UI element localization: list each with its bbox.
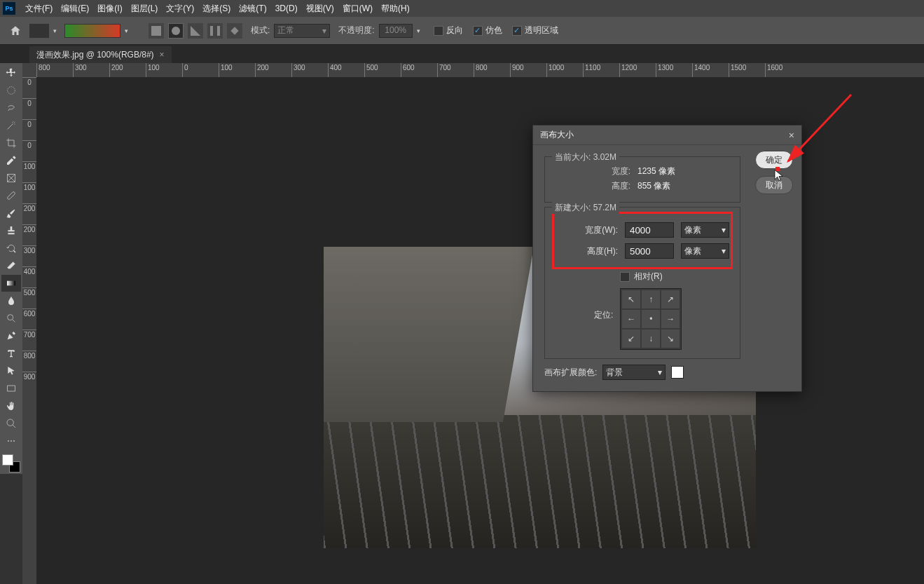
arrow-icon	[6, 365, 17, 376]
gradient-icon	[6, 278, 17, 289]
ext-color-select[interactable]: 背景▾	[602, 365, 666, 380]
close-icon[interactable]: ×	[160, 50, 165, 60]
document-tab[interactable]: 漫画效果.jpg @ 100%(RGB/8#) ×	[29, 46, 172, 63]
angular-gradient-icon	[191, 26, 200, 36]
anchor-se[interactable]: ↘	[661, 330, 680, 348]
frame-tool[interactable]	[1, 170, 21, 186]
crop-tool[interactable]	[1, 135, 21, 151]
mode-label: 模式:	[251, 25, 270, 36]
dither-label: 仿色	[485, 25, 502, 36]
blur-tool[interactable]	[1, 292, 21, 309]
menu-file[interactable]: 文件(F)	[21, 1, 57, 16]
eyedropper-tool[interactable]	[1, 152, 21, 169]
menu-layer[interactable]: 图层(L)	[127, 1, 163, 16]
lasso-tool[interactable]	[1, 100, 21, 116]
height-input[interactable]	[625, 243, 674, 259]
reverse-label: 反向	[446, 25, 463, 36]
eraser-tool[interactable]	[1, 257, 21, 274]
anchor-sw[interactable]: ↙	[622, 330, 640, 348]
relative-checkbox[interactable]	[620, 272, 630, 282]
history-brush-tool[interactable]	[1, 240, 21, 257]
hand-tool[interactable]	[1, 398, 21, 414]
type-tool[interactable]	[1, 345, 21, 362]
ext-color-swatch[interactable]	[671, 366, 684, 379]
height-unit-select[interactable]: 像素▾	[681, 243, 729, 259]
dither-checkbox[interactable]	[473, 26, 483, 36]
anchor-n[interactable]: ↑	[642, 290, 660, 308]
menu-window[interactable]: 窗口(W)	[338, 1, 377, 16]
dialog-title: 画布大小	[540, 129, 574, 141]
svg-rect-3	[217, 26, 220, 36]
lasso-icon	[6, 102, 17, 114]
crop-icon	[6, 137, 17, 149]
move-tool[interactable]	[1, 64, 21, 81]
gradient-tool[interactable]	[1, 275, 21, 292]
drop-icon	[6, 295, 17, 306]
transparency-checkbox[interactable]	[512, 26, 522, 36]
cur-height-label: 高度:	[595, 180, 630, 192]
gradient-preset[interactable]	[29, 24, 49, 38]
mode-select[interactable]: 正常▾	[274, 24, 330, 38]
color-swatches[interactable]	[2, 454, 20, 473]
menu-image[interactable]: 图像(I)	[93, 1, 126, 16]
healing-tool[interactable]	[1, 187, 21, 204]
ext-color-label: 画布扩展颜色:	[544, 367, 597, 379]
new-size-value: 57.2M	[593, 203, 616, 212]
brush-tool[interactable]	[1, 205, 21, 222]
marquee-tool[interactable]	[1, 82, 21, 99]
close-icon[interactable]: ×	[789, 130, 794, 141]
anchor-e[interactable]: →	[661, 310, 680, 328]
menu-help[interactable]: 帮助(H)	[377, 1, 414, 16]
anchor-s[interactable]: ↓	[642, 330, 660, 348]
menu-3d[interactable]: 3D(D)	[271, 2, 302, 15]
menu-select[interactable]: 选择(S)	[198, 1, 235, 16]
menu-type[interactable]: 文字(Y)	[162, 1, 198, 16]
dodge-tool[interactable]	[1, 310, 21, 327]
foreground-color[interactable]	[2, 454, 13, 466]
document-tabs: 漫画效果.jpg @ 100%(RGB/8#) ×	[0, 45, 924, 63]
shape-tool[interactable]	[1, 380, 21, 397]
cancel-button[interactable]: 取消	[755, 176, 793, 194]
gradient-editor[interactable]	[64, 24, 120, 38]
gradient-reflected[interactable]	[207, 23, 223, 39]
anchor-w[interactable]: ←	[622, 310, 640, 328]
opacity-input[interactable]: 100%	[379, 24, 413, 38]
linear-gradient-icon	[151, 26, 161, 36]
home-icon	[9, 25, 22, 37]
gradient-radial[interactable]	[168, 23, 184, 39]
chevron-down-icon[interactable]: ▾	[417, 27, 424, 34]
path-select-tool[interactable]	[1, 362, 21, 379]
anchor-center[interactable]: •	[642, 310, 660, 328]
width-input[interactable]	[625, 222, 674, 238]
horizontal-ruler: 8003002001000100200300400500600700800900…	[36, 63, 924, 77]
menu-filter[interactable]: 滤镜(T)	[235, 1, 270, 16]
stamp-tool[interactable]	[1, 222, 21, 239]
ruler-corner	[22, 63, 36, 77]
rect-icon	[6, 383, 17, 394]
highlight-annotation: 宽度(W): 像素▾ 高度(H): 像素▾	[552, 212, 733, 269]
quick-select-tool[interactable]	[1, 117, 21, 134]
anchor-ne[interactable]: ↗	[661, 290, 680, 308]
chevron-down-icon[interactable]: ▾	[53, 27, 60, 34]
reverse-checkbox[interactable]	[434, 26, 443, 36]
zoom-tool[interactable]	[1, 415, 21, 432]
dialog-titlebar[interactable]: 画布大小 ×	[533, 125, 801, 145]
menu-edit[interactable]: 编辑(E)	[57, 1, 93, 16]
dodge-icon	[6, 313, 17, 324]
zoom-icon	[6, 418, 17, 429]
more-tools[interactable]: ⋯	[1, 433, 21, 449]
pen-tool[interactable]	[1, 327, 21, 344]
chevron-down-icon[interactable]: ▾	[125, 27, 132, 34]
gradient-linear[interactable]	[149, 23, 164, 39]
transparency-label: 透明区域	[525, 25, 558, 36]
home-button[interactable]	[6, 22, 25, 39]
anchor-nw[interactable]: ↖	[622, 290, 640, 308]
gradient-angular[interactable]	[188, 23, 203, 39]
ok-button[interactable]: 确定	[755, 151, 793, 169]
width-unit-select[interactable]: 像素▾	[681, 222, 729, 238]
brush-icon	[6, 208, 17, 219]
gradient-diamond[interactable]	[227, 23, 242, 39]
mode-value: 正常	[277, 25, 294, 36]
svg-rect-10	[8, 386, 15, 391]
menu-view[interactable]: 视图(V)	[302, 1, 338, 16]
